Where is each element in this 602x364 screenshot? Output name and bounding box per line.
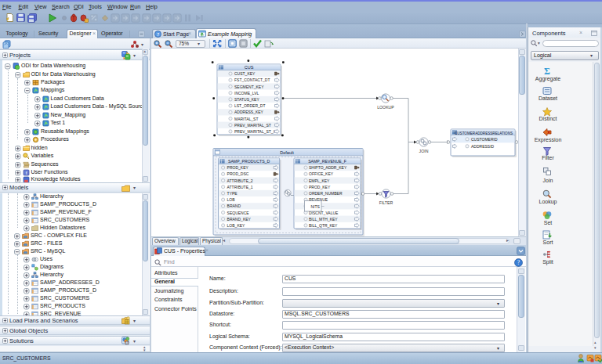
svg-text:PROD_DSC: PROD_DSC xyxy=(227,171,249,176)
svg-text:LOOKUP: LOOKUP xyxy=(377,105,394,110)
svg-text:EMPL_KEY: EMPL_KEY xyxy=(309,178,330,183)
svg-text:SAMP_PRODUCTS_D: SAMP_PRODUCTS_D xyxy=(228,159,270,164)
svg-text:BILL_QTR_KEY: BILL_QTR_KEY xyxy=(309,223,338,228)
svg-text:BILL_MTH_KEY: BILL_MTH_KEY xyxy=(309,217,338,222)
svg-text:SAMP_REVENUE_F: SAMP_REVENUE_F xyxy=(308,159,346,164)
svg-text:ATTRIBUTE_2: ATTRIBUTE_2 xyxy=(227,178,253,183)
svg-text:PROD_KEY: PROD_KEY xyxy=(309,185,331,189)
svg-text:PROD_KEY: PROD_KEY xyxy=(227,165,249,170)
svg-text:10: 10 xyxy=(125,341,129,345)
svg-text:SEQUENCE: SEQUENCE xyxy=(227,211,250,215)
svg-text:?: ? xyxy=(157,31,159,37)
svg-text:FILTER: FILTER xyxy=(379,200,393,205)
svg-text:ATTRIBUTE_1: ATTRIBUTE_1 xyxy=(227,185,253,189)
svg-text:LST_ORDER_DT: LST_ORDER_DT xyxy=(234,103,265,108)
svg-text:NITS: NITS xyxy=(311,204,321,209)
svg-text:PREV_MARITAL_ST: PREV_MARITAL_ST xyxy=(234,123,271,128)
svg-text:MARITAL_ST: MARITAL_ST xyxy=(234,117,258,121)
svg-text:Σ: Σ xyxy=(544,66,550,75)
svg-text:SEGMENT_KEY: SEGMENT_KEY xyxy=(234,85,264,89)
svg-text:CUSTOMERADDRESSRELATIONS: CUSTOMERADDRESSRELATIONS xyxy=(455,132,513,135)
svg-text:INCOME_LVL: INCOME_LVL xyxy=(234,91,259,96)
svg-text:LOB: LOB xyxy=(227,197,236,202)
svg-text:SHIPTO_ADDR_KEY: SHIPTO_ADDR_KEY xyxy=(309,165,347,170)
svg-text:FST_CONTACT_DT: FST_CONTACT_DT xyxy=(234,77,270,82)
svg-text:LOB_KEY: LOB_KEY xyxy=(227,223,245,228)
svg-text:CUST_KEY: CUST_KEY xyxy=(234,71,256,76)
svg-text:CUSTOMERID: CUSTOMERID xyxy=(471,137,498,142)
svg-text:ORDER_NUMBER: ORDER_NUMBER xyxy=(309,191,343,196)
svg-text:CUS: CUS xyxy=(245,65,254,70)
svg-text:JOIN: JOIN xyxy=(419,149,429,153)
svg-text:BRAND: BRAND xyxy=(227,204,241,208)
svg-text:TYPE: TYPE xyxy=(227,191,238,196)
svg-text:ADDRESS_KEY: ADDRESS_KEY xyxy=(234,110,264,114)
svg-text:BRAND_KEY: BRAND_KEY xyxy=(227,217,252,222)
svg-text:Default: Default xyxy=(280,150,294,155)
svg-text:STATUS_KEY: STATUS_KEY xyxy=(234,97,259,102)
svg-text:ADDRESSID: ADDRESSID xyxy=(471,144,495,149)
svg-text:PREV_MARITAL_ST_I: PREV_MARITAL_ST_I xyxy=(234,129,274,134)
svg-text:OFFICE_KEY: OFFICE_KEY xyxy=(309,171,334,176)
